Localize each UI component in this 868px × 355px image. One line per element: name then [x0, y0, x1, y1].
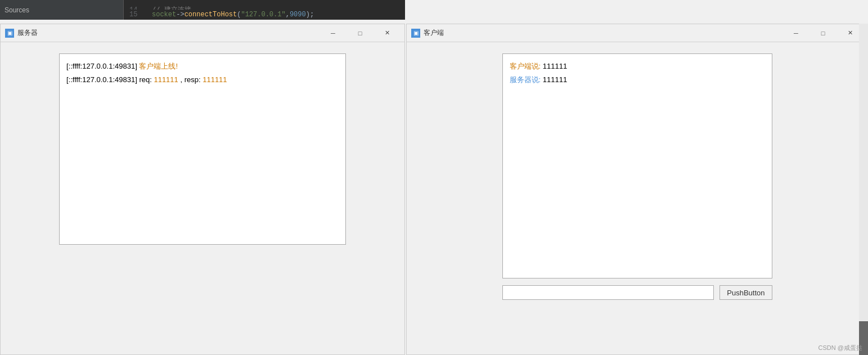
server-close-button[interactable]: ✕ [374, 25, 400, 42]
client-log-line-1: 客户端说: 111111 [510, 61, 765, 72]
close-paren-semi: ); [306, 11, 314, 19]
client-icon-symbol: ▣ [413, 30, 419, 36]
server-window-content: [::ffff:127.0.0.1:49831] 客户端上线! [::ffff:… [1, 42, 404, 354]
client-log-box: 客户端说: 111111 服务器说: 111111 [502, 53, 772, 278]
server-value-1: 111111 [543, 75, 567, 84]
socket-keyword: socket [152, 11, 176, 19]
server-maximize-button[interactable]: □ [347, 25, 373, 42]
log1-bracket: [::ffff:127.0.0.1:49831] [66, 62, 137, 70]
string-literal: "127.0.0.1" [241, 11, 285, 19]
server-minimize-button[interactable]: ─ [320, 25, 346, 42]
server-titlebar: ▣ 服务器 ─ □ ✕ [1, 24, 404, 42]
log2-req-value: 111111 [154, 75, 178, 84]
line-number-15: 15 [129, 11, 141, 19]
arrow-operator: -> [176, 11, 184, 19]
csdn-watermark: CSDN @咸蛋挞 [818, 344, 862, 352]
client-window-content: 客户端说: 111111 服务器说: 111111 PushButton [407, 42, 867, 354]
push-button[interactable]: PushButton [719, 285, 772, 300]
server-log-box: [::ffff:127.0.0.1:49831] 客户端上线! [::ffff:… [59, 53, 346, 245]
log2-bracket: [::ffff:127.0.0.1:49831] [66, 75, 137, 84]
server-icon-symbol: ▣ [7, 30, 12, 36]
port-number: 9090 [290, 11, 306, 19]
log-line-2: [::ffff:127.0.0.1:49831] req: 111111 , r… [66, 74, 339, 86]
client-maximize-button[interactable]: □ [810, 25, 836, 42]
client-titlebar: ▣ 客户端 ─ □ ✕ [407, 24, 867, 42]
client-message-input[interactable] [502, 285, 714, 300]
log-line-1: [::ffff:127.0.0.1:49831] 客户端上线! [66, 61, 339, 72]
server-window-controls[interactable]: ─ □ ✕ [320, 25, 400, 42]
server-title: 服务器 [17, 28, 38, 38]
client-title: 客户端 [424, 28, 444, 38]
sources-panel: Sources [0, 0, 124, 20]
comma-space: , [286, 11, 290, 19]
client-minimize-button[interactable]: ─ [783, 25, 809, 42]
server-window: ▣ 服务器 ─ □ ✕ [::ffff:127.0.0.1:49831] 客户端… [0, 24, 405, 355]
server-window-icon: ▣ [5, 29, 14, 38]
server-label-1: 服务器说: [510, 75, 541, 84]
code-text-15: socket->connectToHost("127.0.0.1",9090); [152, 11, 314, 19]
client-label-1: 客户端说: [510, 62, 541, 70]
client-window-controls[interactable]: ─ □ ✕ [783, 25, 863, 42]
log1-message: 客户端上线! [139, 62, 178, 70]
code-line-15-container: 15 socket->connectToHost("127.0.0.1",909… [124, 10, 405, 20]
client-value-1: 111111 [543, 62, 567, 70]
sources-label: Sources [5, 6, 29, 14]
log2-resp-label: , resp: [180, 75, 203, 84]
client-bottom-area: PushButton [502, 285, 772, 300]
client-window: ▣ 客户端 ─ □ ✕ 客户端说: 111111 服务器说: 111111 Pu… [406, 24, 868, 355]
log2-resp-value: 111111 [203, 75, 227, 84]
method-name: connectToHost [185, 11, 237, 19]
client-log-line-2: 服务器说: 111111 [510, 74, 765, 86]
client-window-icon: ▣ [411, 29, 420, 38]
log2-req-label: req: [139, 75, 154, 84]
right-scrollbar[interactable] [859, 24, 868, 355]
